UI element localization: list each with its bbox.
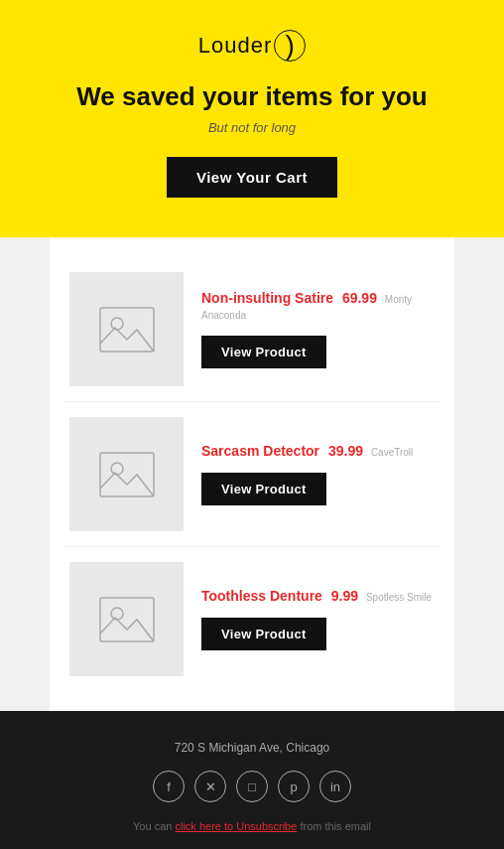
product-name-1: Non-insulting Satire bbox=[201, 290, 333, 306]
facebook-icon[interactable]: f bbox=[153, 771, 185, 802]
linkedin-icon[interactable]: in bbox=[319, 771, 351, 802]
unsubscribe-link[interactable]: click here to Unsubscribe bbox=[175, 820, 297, 832]
twitter-icon[interactable]: ✕ bbox=[194, 771, 226, 802]
image-placeholder-icon bbox=[97, 445, 157, 504]
pinterest-icon[interactable]: p bbox=[278, 771, 310, 802]
view-cart-button[interactable]: View Your Cart bbox=[167, 157, 337, 198]
product-name-line-1: Non-insulting Satire 69.99 Monty Anacond… bbox=[201, 290, 435, 322]
view-product-button-2[interactable]: View Product bbox=[201, 473, 326, 505]
svg-point-1 bbox=[111, 318, 123, 330]
product-seller-3: Spotless Smile bbox=[366, 592, 432, 603]
unsubscribe-text: You can click here to Unsubscribe from t… bbox=[20, 820, 484, 832]
product-row: Non-insulting Satire 69.99 Monty Anacond… bbox=[64, 257, 440, 402]
hero-subtitle: But not for long bbox=[20, 120, 484, 135]
svg-rect-2 bbox=[100, 453, 154, 496]
product-info-2: Sarcasm Detector 39.99 CaveTroll View Pr… bbox=[201, 443, 435, 505]
unsubscribe-prefix: You can bbox=[133, 820, 175, 832]
product-price-3: 9.99 bbox=[331, 588, 358, 604]
svg-point-5 bbox=[111, 608, 123, 620]
product-thumbnail-1 bbox=[69, 272, 184, 386]
view-product-button-3[interactable]: View Product bbox=[201, 618, 326, 650]
products-container: Non-insulting Satire 69.99 Monty Anacond… bbox=[50, 237, 454, 711]
product-thumbnail-2 bbox=[69, 417, 184, 531]
view-product-button-1[interactable]: View Product bbox=[201, 336, 326, 368]
image-placeholder-icon bbox=[97, 300, 157, 359]
product-name-2: Sarcasm Detector bbox=[201, 443, 319, 459]
logo-text: Louder bbox=[198, 33, 273, 59]
product-seller-2: CaveTroll bbox=[371, 447, 413, 458]
hero-title: We saved your items for you bbox=[20, 81, 484, 112]
product-info-1: Non-insulting Satire 69.99 Monty Anacond… bbox=[201, 290, 435, 368]
social-icons: f ✕ □ p in bbox=[20, 771, 484, 802]
image-placeholder-icon bbox=[97, 590, 157, 649]
footer: 720 S Michigan Ave, Chicago f ✕ □ p in Y… bbox=[0, 711, 504, 849]
hero-section: Louder ) We saved your items for you But… bbox=[0, 0, 504, 237]
product-name-line-3: Toothless Denture 9.99 Spotless Smile bbox=[201, 588, 435, 604]
product-price-1: 69.99 bbox=[342, 290, 377, 306]
svg-rect-4 bbox=[100, 598, 154, 641]
product-info-3: Toothless Denture 9.99 Spotless Smile Vi… bbox=[201, 588, 435, 650]
unsubscribe-suffix: from this email bbox=[297, 820, 371, 832]
product-thumbnail-3 bbox=[69, 562, 184, 676]
product-row: Sarcasm Detector 39.99 CaveTroll View Pr… bbox=[64, 402, 440, 547]
instagram-icon[interactable]: □ bbox=[236, 771, 268, 802]
svg-rect-0 bbox=[100, 308, 154, 352]
product-row: Toothless Denture 9.99 Spotless Smile Vi… bbox=[64, 547, 440, 691]
logo: Louder ) bbox=[198, 30, 307, 62]
product-name-3: Toothless Denture bbox=[201, 588, 322, 604]
logo-paren: ) bbox=[274, 30, 306, 62]
svg-point-3 bbox=[111, 463, 123, 475]
footer-address: 720 S Michigan Ave, Chicago bbox=[20, 741, 484, 755]
product-price-2: 39.99 bbox=[328, 443, 363, 459]
product-name-line-2: Sarcasm Detector 39.99 CaveTroll bbox=[201, 443, 435, 459]
